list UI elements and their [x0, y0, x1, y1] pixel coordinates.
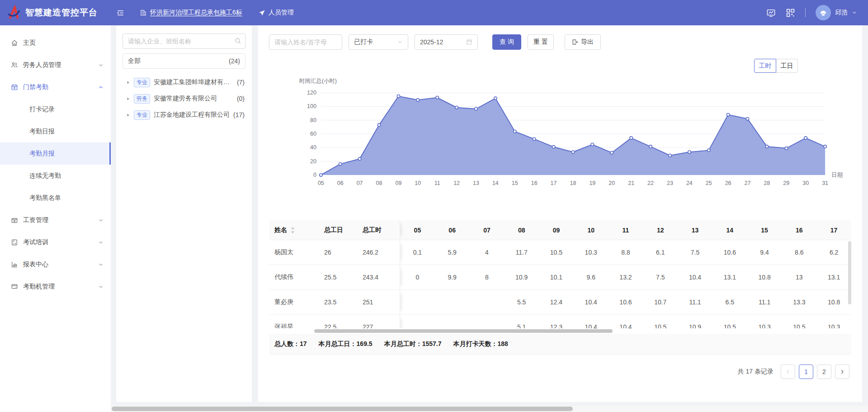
- export-button[interactable]: 导出: [565, 34, 601, 50]
- chevron-up-icon: [98, 85, 104, 90]
- month-picker[interactable]: 2025-12: [415, 34, 478, 50]
- navbar-right: 邱浩: [766, 5, 857, 20]
- sidebar-item-label: 考勤机管理: [23, 283, 98, 291]
- status-select[interactable]: 已打卡: [349, 34, 408, 50]
- tree-root-all[interactable]: 全部 (24): [123, 53, 245, 69]
- table-row: 杨国太26246.20.15.9411.710.510.38.86.17.510…: [269, 240, 851, 265]
- name-search-input[interactable]: [269, 34, 342, 50]
- tree-company-item[interactable]: 专业安徽建工集团蚌埠建材有限...(7): [123, 74, 245, 90]
- project-name: 怀洪新河治理工程总承包施工6标: [150, 9, 242, 17]
- table-row: 董必庚23.52515.512.410.410.610.711.16.511.1…: [269, 290, 851, 315]
- chevron-down-icon: [98, 240, 104, 245]
- svg-text:05: 05: [318, 180, 324, 186]
- sidebar-subitem-2[interactable]: 考勤月报: [0, 142, 111, 165]
- sort-icon[interactable]: [291, 227, 295, 234]
- toggle-days[interactable]: 工日: [776, 59, 798, 73]
- cell-day-value: 6.2: [816, 249, 851, 256]
- caret-right-icon[interactable]: [126, 97, 130, 101]
- tree-company-item[interactable]: 劳务安徽常建劳务有限公司(0): [123, 90, 245, 107]
- filter-bar: 已打卡 2025-12 查 询 重 置: [269, 34, 851, 50]
- qrcode-icon[interactable]: [786, 8, 795, 18]
- tree-company-item[interactable]: 专业江苏金地建设工程有限公司(17): [123, 107, 245, 123]
- col-header-day: 14: [712, 227, 747, 234]
- cell-total-days: 25.5: [319, 274, 357, 281]
- sidebar-item-wallet[interactable]: 工资管理: [0, 209, 111, 231]
- svg-text:07: 07: [357, 180, 363, 186]
- search-icon[interactable]: [235, 38, 241, 46]
- cell-day-value: 10.9: [504, 274, 539, 281]
- svg-text:23: 23: [667, 180, 673, 186]
- pagination-page-1[interactable]: 1: [799, 365, 813, 379]
- sidebar-subitem-3[interactable]: 连续无考勤: [0, 165, 111, 187]
- page-horizontal-scrollbar: [111, 406, 868, 412]
- cell-day-value: 9.9: [435, 274, 470, 281]
- search-button[interactable]: 查 询: [492, 34, 521, 50]
- summary-item: 本月总工日：169.5: [319, 340, 373, 348]
- svg-text:21: 21: [628, 180, 634, 186]
- reset-button[interactable]: 重 置: [528, 34, 554, 50]
- main-layout: 主页劳务人员管理门禁考勤打卡记录考勤日报考勤月报连续无考勤考勤黑名单工资管理考试…: [0, 25, 868, 412]
- sidebar-item-report[interactable]: 报表中心: [0, 253, 111, 275]
- cell-day-value: 10.4: [574, 323, 609, 328]
- user-menu[interactable]: 邱浩: [816, 5, 857, 20]
- svg-text:18: 18: [570, 180, 576, 186]
- cell-day-value: 10.7: [643, 298, 678, 306]
- cell-day-value: 10.6: [712, 249, 747, 256]
- table-hscroll-thumb[interactable]: [314, 329, 613, 333]
- sidebar-subitem-1[interactable]: 考勤日报: [0, 120, 111, 142]
- sidebar-subitem-4[interactable]: 考勤黑名单: [0, 187, 111, 209]
- status-select-value: 已打卡: [354, 38, 373, 46]
- svg-text:29: 29: [783, 180, 789, 186]
- svg-text:22: 22: [647, 180, 654, 186]
- user-name: 邱浩: [835, 9, 848, 17]
- table-vertical-scrollbar[interactable]: [848, 241, 851, 304]
- attendance-icon: [11, 84, 18, 91]
- tree-search-input[interactable]: [123, 33, 245, 49]
- chevron-down-icon: [98, 218, 104, 223]
- building-icon: [140, 9, 147, 16]
- table-body: 杨国太26246.20.15.9411.710.510.38.86.17.510…: [269, 240, 851, 328]
- pagination: 共 17 条记录12: [269, 365, 851, 379]
- caret-right-icon[interactable]: [126, 113, 130, 117]
- pagination-prev-icon[interactable]: [781, 365, 795, 379]
- svg-text:24: 24: [686, 180, 693, 186]
- menu-fold-icon[interactable]: [117, 9, 124, 17]
- sidebar-item-attendance[interactable]: 门禁考勤: [0, 76, 111, 98]
- cell-day-value: 10.4: [678, 274, 712, 281]
- cell-day-value: 10.3: [816, 323, 851, 328]
- svg-text:60: 60: [310, 131, 316, 137]
- sidebar-item-label: 考试培训: [23, 238, 98, 246]
- sidebar-subitem-label: 考勤黑名单: [29, 194, 61, 202]
- col-header-2: 总工时: [357, 220, 400, 240]
- sidebar-item-exam[interactable]: 考试培训: [0, 231, 111, 253]
- svg-text:40: 40: [310, 144, 316, 151]
- toggle-hours[interactable]: 工时: [754, 59, 776, 73]
- cell-day-value: 11.1: [747, 298, 782, 306]
- monitor-chart-icon[interactable]: [766, 8, 776, 18]
- page-hscroll-thumb[interactable]: [112, 407, 573, 411]
- pagination-page-2[interactable]: 2: [817, 365, 831, 379]
- module-personnel[interactable]: 人员管理: [259, 9, 294, 17]
- content-area: 全部 (24) 专业安徽建工集团蚌埠建材有限...(7)劳务安徽常建劳务有限公司…: [111, 25, 868, 412]
- sidebar-item-home[interactable]: 主页: [0, 32, 111, 54]
- col-header-0[interactable]: 姓名: [269, 226, 319, 234]
- sidebar-item-users[interactable]: 劳务人员管理: [0, 54, 111, 76]
- cell-day-value: 10.8: [816, 298, 851, 306]
- cell-day-value: 8: [470, 274, 505, 281]
- sidebar-item-device[interactable]: 考勤机管理: [0, 275, 111, 298]
- sidebar-item-label: 劳务人员管理: [23, 61, 98, 69]
- sidebar-subitem-0[interactable]: 打卡记录: [0, 98, 111, 120]
- svg-text:11: 11: [434, 180, 440, 186]
- attendance-area-chart: 020406080100120时间汇总(小时)05060708091011121…: [269, 75, 851, 210]
- caret-right-icon[interactable]: [126, 81, 130, 85]
- svg-text:10: 10: [415, 180, 421, 186]
- cell-total-days: 26: [319, 249, 357, 256]
- col-header-day: 17: [816, 227, 851, 234]
- pagination-next-icon[interactable]: [835, 365, 849, 379]
- project-selector[interactable]: 怀洪新河治理工程总承包施工6标: [140, 9, 242, 17]
- tree-items: 专业安徽建工集团蚌埠建材有限...(7)劳务安徽常建劳务有限公司(0)专业江苏金…: [123, 74, 245, 123]
- col-header-day: 15: [747, 227, 782, 234]
- cell-day-value: 11.1: [678, 298, 712, 306]
- cell-day-value: 10.3: [574, 249, 609, 256]
- col-header-day: 07: [470, 227, 505, 234]
